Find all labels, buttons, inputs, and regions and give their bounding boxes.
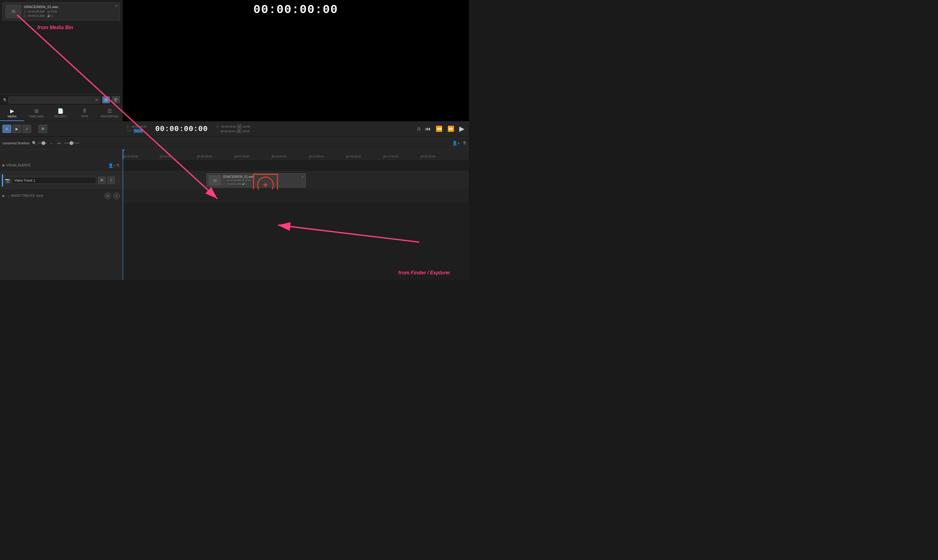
audio-track-row: ▶ ♪ AUDIO TRACKS: none M S <box>0 189 122 202</box>
timeline-ruler: 00:00:00:00 02:30:00 00:05:00:00 00:07:3… <box>0 150 469 160</box>
timeline-header: unnamed timeline 🔍 ↔ ⇔ 👤+ ⚗ <box>0 137 469 150</box>
video-track-1-input[interactable] <box>12 177 96 184</box>
tab-media[interactable]: ▶ MEDIA <box>0 106 24 121</box>
main-timecode-display: 00:00:00:00 <box>149 125 214 133</box>
timeline-section: unnamed timeline 🔍 ↔ ⇔ 👤+ ⚗ <box>0 137 469 280</box>
search-input-wrap: ✕ <box>8 97 100 103</box>
audio-icon: ♪ <box>8 194 9 198</box>
settings-button[interactable]: ⚙ <box>39 125 47 133</box>
visual-events-label: VISUAL EVENTS <box>6 164 108 167</box>
left-panel: ≋ GRACE00034_01.wav |← 01:03:08.868 🗂 PC… <box>0 0 123 121</box>
zoom-out-icon[interactable]: 🔍 <box>32 141 37 145</box>
media-item-timecode: |← 00:00:01:084 🔊 1 <box>24 14 117 18</box>
playback-buttons: ⏮ ⏪ ⏩ ▶ <box>423 125 467 133</box>
video-track-solo-button[interactable]: S <box>108 177 115 184</box>
transport-main: |← 00:00:00:00 N/A Atmos 00:00:00:00 |← … <box>127 125 467 133</box>
play-button[interactable]: ▶ <box>457 125 467 133</box>
track-color-bar <box>2 174 3 186</box>
tab-timelines[interactable]: ⊞ TIMELINES <box>24 106 48 121</box>
ruler-label-area <box>0 150 123 160</box>
video-track-1-label-row: 📷 M S ⋮ <box>0 171 122 189</box>
timeline-name: unnamed timeline <box>3 141 29 145</box>
in-out-section: |← 00:00:00:00 ⊡ 00:00 → 00:00:00:00 ⊞ 0… <box>216 125 250 133</box>
project-tab-icon: 📄 <box>57 108 64 114</box>
nav-tabs: ▶ MEDIA ⊞ TIMELINES 📄 PROJECT 🎚 DAW ☰ <box>0 105 122 121</box>
tab-properties[interactable]: ☰ PROPERTIES <box>97 106 122 121</box>
preview-panel: 00:00:00:00 <box>123 0 469 121</box>
daw-tab-label: DAW <box>82 115 88 118</box>
zoom-control: 🔍 ↔ <box>32 141 53 145</box>
transport-bar: A ▶ ⤢ ⚙ |← 00:00:00:00 N/A Atmos 00:00:0… <box>0 121 469 137</box>
video-track-mute-button[interactable]: M <box>98 177 106 184</box>
zoom-in-icon[interactable]: ↔ <box>50 141 53 145</box>
rewind-button[interactable]: ⏪ <box>434 125 444 132</box>
audio-track-content <box>123 189 469 202</box>
in-duration: 00:00 <box>243 125 250 128</box>
video-mode-button[interactable]: ▶ <box>12 125 21 133</box>
clip-waveform-icon: ≋ <box>209 175 221 186</box>
ruler-mark-4: 00:10:00:00 <box>272 155 286 158</box>
scroll-sync-icon[interactable]: ⇔ <box>57 141 61 146</box>
media-bin-item[interactable]: ≋ GRACE00034_01.wav |← 01:03:08.868 🗂 PC… <box>3 3 120 20</box>
audio-solo-button[interactable]: S <box>113 192 120 199</box>
search-input[interactable] <box>11 98 94 102</box>
in-arrow2-icon: |← <box>216 125 220 128</box>
transport-left-controls: A ▶ ⤢ ⚙ <box>3 125 125 133</box>
tab-project[interactable]: 📄 PROJECT <box>48 106 72 121</box>
timelines-tab-icon: ⊞ <box>34 108 39 114</box>
properties-tab-label: PROPERTIES <box>101 115 119 118</box>
clear-search-icon[interactable]: ✕ <box>95 98 98 102</box>
playhead-content <box>123 160 123 280</box>
out-time-value: 00:00:00:00 <box>220 130 236 133</box>
list-view-button[interactable]: ☰ <box>112 96 120 103</box>
ruler-mark-8: 00:20:00:00 <box>421 155 436 158</box>
annotation-finder: from Finder / Explorer <box>398 270 450 275</box>
visual-events-row: ▶ VISUAL EVENTS 👤+ ⚗ <box>0 160 122 171</box>
duration-marker-icon: ⊡ <box>237 125 242 129</box>
timelines-tab-label: TIMELINES <box>29 115 44 118</box>
out-duration: 00:00 <box>242 130 250 133</box>
media-item-filename: GRACE00034_01.wav <box>24 5 117 9</box>
media-tab-icon: ▶ <box>10 108 14 114</box>
in-time-value: 00:00:00:00 <box>221 125 236 128</box>
ruler-mark-7: 00:17:30:00 <box>384 155 398 158</box>
playhead-ruler <box>123 150 123 160</box>
media-item-info: GRACE00034_01.wav |← 01:03:08.868 🗂 PCM … <box>24 5 117 18</box>
ruler-mark-0: 00:00:00:00 <box>123 155 138 158</box>
project-tab-label: PROJECT <box>54 115 67 118</box>
text-mode-button[interactable]: A <box>3 125 11 133</box>
grid-view-button[interactable]: ⊞ <box>102 96 110 103</box>
track-content-area: ≋ GRACE00034_01.wav |← 01:03:08.868 🗂 PC… <box>123 160 469 280</box>
ruler-mark-1: 02:30:00 <box>160 155 171 158</box>
fullscreen-button[interactable]: ⤢ <box>22 125 31 133</box>
ruler-mark-6: 00:15:00:00 <box>346 155 361 158</box>
ruler-mark-2: 00:05:00:00 <box>197 155 212 158</box>
add-visual-event-button[interactable]: 👤+ <box>108 163 116 168</box>
atmos-badge: Atmos <box>134 129 143 133</box>
ruler-area: 00:00:00:00 02:30:00 00:05:00:00 00:07:3… <box>123 150 469 160</box>
visual-events-expand-icon[interactable]: ▶ <box>3 163 5 167</box>
timeline-body: ▶ VISUAL EVENTS 👤+ ⚗ 📷 M S ⋮ <box>0 160 469 280</box>
filter-icon[interactable]: ⚗ <box>3 97 6 102</box>
media-item-duration: |← 01:03:08.868 🗂 PCM <box>24 10 117 14</box>
preview-timecode: 00:00:00:00 <box>253 3 338 17</box>
camera-icon: 📷 <box>5 178 10 183</box>
go-to-start-button[interactable]: ⏮ <box>423 126 433 132</box>
timecode-in-value: 00:00:00:00 <box>132 125 146 129</box>
fast-forward-button[interactable]: ⏩ <box>445 125 456 132</box>
in-arrow-icon: |← <box>127 125 130 129</box>
out-arrow-icon: → <box>216 130 219 133</box>
filter-visual-events-button[interactable]: ⚗ <box>116 163 120 168</box>
tab-daw[interactable]: 🎚 DAW <box>72 106 97 121</box>
track-options-icon[interactable]: ⋮ <box>117 178 120 183</box>
track-labels: ▶ VISUAL EVENTS 👤+ ⚗ 📷 M S ⋮ <box>0 160 123 280</box>
media-tab-label: MEDIA <box>8 115 17 118</box>
audio-expand-icon[interactable]: ▶ <box>3 194 5 197</box>
filter-tracks-button[interactable]: ⚗ <box>462 141 467 146</box>
timecode-in-section: |← 00:00:00:00 N/A Atmos <box>127 125 146 133</box>
add-track-button[interactable]: 👤+ <box>452 141 460 146</box>
visual-events-content <box>123 160 469 171</box>
audio-mute-button[interactable]: M <box>104 192 111 199</box>
search-area: ⚗ ✕ ⊞ ☰ <box>0 94 122 105</box>
link-icon[interactable]: ⛓ <box>417 127 421 131</box>
